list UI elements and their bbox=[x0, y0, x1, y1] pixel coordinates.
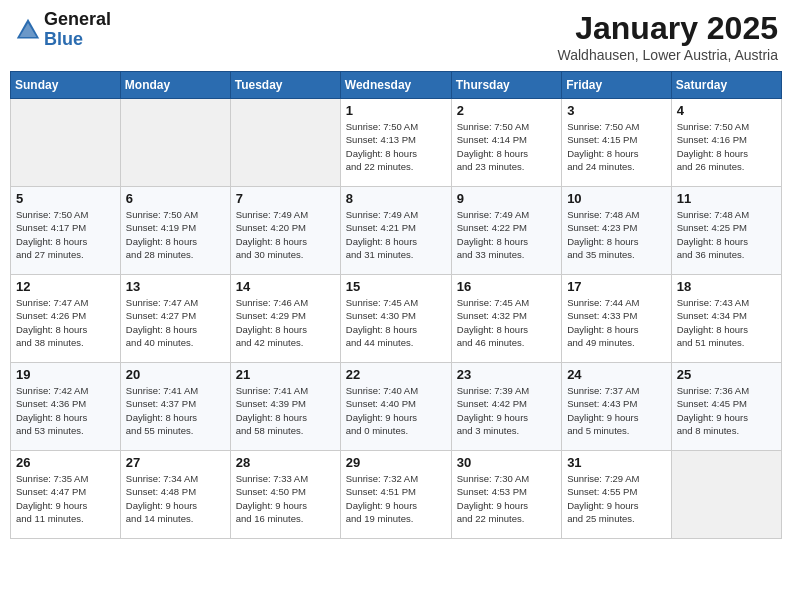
day-number: 9 bbox=[457, 191, 556, 206]
day-number: 18 bbox=[677, 279, 776, 294]
calendar-cell: 5Sunrise: 7:50 AM Sunset: 4:17 PM Daylig… bbox=[11, 187, 121, 275]
weekday-header-wednesday: Wednesday bbox=[340, 72, 451, 99]
day-info: Sunrise: 7:50 AM Sunset: 4:13 PM Dayligh… bbox=[346, 120, 446, 173]
logo-general-text: General bbox=[44, 10, 111, 30]
day-number: 8 bbox=[346, 191, 446, 206]
calendar-cell: 15Sunrise: 7:45 AM Sunset: 4:30 PM Dayli… bbox=[340, 275, 451, 363]
day-info: Sunrise: 7:50 AM Sunset: 4:16 PM Dayligh… bbox=[677, 120, 776, 173]
day-info: Sunrise: 7:49 AM Sunset: 4:20 PM Dayligh… bbox=[236, 208, 335, 261]
day-number: 3 bbox=[567, 103, 666, 118]
day-number: 10 bbox=[567, 191, 666, 206]
day-number: 21 bbox=[236, 367, 335, 382]
month-title: January 2025 bbox=[558, 10, 779, 47]
page-header: General Blue January 2025 Waldhausen, Lo… bbox=[10, 10, 782, 63]
day-info: Sunrise: 7:48 AM Sunset: 4:23 PM Dayligh… bbox=[567, 208, 666, 261]
calendar-cell: 2Sunrise: 7:50 AM Sunset: 4:14 PM Daylig… bbox=[451, 99, 561, 187]
day-info: Sunrise: 7:43 AM Sunset: 4:34 PM Dayligh… bbox=[677, 296, 776, 349]
weekday-header-thursday: Thursday bbox=[451, 72, 561, 99]
day-number: 14 bbox=[236, 279, 335, 294]
day-info: Sunrise: 7:50 AM Sunset: 4:19 PM Dayligh… bbox=[126, 208, 225, 261]
day-number: 26 bbox=[16, 455, 115, 470]
day-number: 28 bbox=[236, 455, 335, 470]
day-number: 12 bbox=[16, 279, 115, 294]
day-info: Sunrise: 7:32 AM Sunset: 4:51 PM Dayligh… bbox=[346, 472, 446, 525]
day-info: Sunrise: 7:30 AM Sunset: 4:53 PM Dayligh… bbox=[457, 472, 556, 525]
day-number: 17 bbox=[567, 279, 666, 294]
day-info: Sunrise: 7:37 AM Sunset: 4:43 PM Dayligh… bbox=[567, 384, 666, 437]
logo-blue-text: Blue bbox=[44, 30, 111, 50]
weekday-header-monday: Monday bbox=[120, 72, 230, 99]
calendar-cell: 24Sunrise: 7:37 AM Sunset: 4:43 PM Dayli… bbox=[562, 363, 672, 451]
weekday-header-sunday: Sunday bbox=[11, 72, 121, 99]
day-number: 23 bbox=[457, 367, 556, 382]
day-number: 16 bbox=[457, 279, 556, 294]
calendar-cell: 20Sunrise: 7:41 AM Sunset: 4:37 PM Dayli… bbox=[120, 363, 230, 451]
day-number: 15 bbox=[346, 279, 446, 294]
calendar-cell bbox=[120, 99, 230, 187]
day-info: Sunrise: 7:29 AM Sunset: 4:55 PM Dayligh… bbox=[567, 472, 666, 525]
calendar-cell: 8Sunrise: 7:49 AM Sunset: 4:21 PM Daylig… bbox=[340, 187, 451, 275]
day-info: Sunrise: 7:42 AM Sunset: 4:36 PM Dayligh… bbox=[16, 384, 115, 437]
day-number: 6 bbox=[126, 191, 225, 206]
logo: General Blue bbox=[14, 10, 111, 50]
calendar-cell: 16Sunrise: 7:45 AM Sunset: 4:32 PM Dayli… bbox=[451, 275, 561, 363]
day-number: 29 bbox=[346, 455, 446, 470]
calendar-cell bbox=[230, 99, 340, 187]
day-number: 13 bbox=[126, 279, 225, 294]
day-number: 27 bbox=[126, 455, 225, 470]
location-subtitle: Waldhausen, Lower Austria, Austria bbox=[558, 47, 779, 63]
day-info: Sunrise: 7:47 AM Sunset: 4:27 PM Dayligh… bbox=[126, 296, 225, 349]
day-number: 11 bbox=[677, 191, 776, 206]
calendar-cell bbox=[11, 99, 121, 187]
calendar-cell: 3Sunrise: 7:50 AM Sunset: 4:15 PM Daylig… bbox=[562, 99, 672, 187]
calendar-cell: 10Sunrise: 7:48 AM Sunset: 4:23 PM Dayli… bbox=[562, 187, 672, 275]
calendar-week-row: 5Sunrise: 7:50 AM Sunset: 4:17 PM Daylig… bbox=[11, 187, 782, 275]
day-number: 1 bbox=[346, 103, 446, 118]
calendar-cell: 9Sunrise: 7:49 AM Sunset: 4:22 PM Daylig… bbox=[451, 187, 561, 275]
day-number: 4 bbox=[677, 103, 776, 118]
logo-text: General Blue bbox=[44, 10, 111, 50]
calendar-cell: 19Sunrise: 7:42 AM Sunset: 4:36 PM Dayli… bbox=[11, 363, 121, 451]
day-number: 7 bbox=[236, 191, 335, 206]
calendar-cell: 17Sunrise: 7:44 AM Sunset: 4:33 PM Dayli… bbox=[562, 275, 672, 363]
day-info: Sunrise: 7:50 AM Sunset: 4:14 PM Dayligh… bbox=[457, 120, 556, 173]
calendar-cell: 27Sunrise: 7:34 AM Sunset: 4:48 PM Dayli… bbox=[120, 451, 230, 539]
calendar-cell: 29Sunrise: 7:32 AM Sunset: 4:51 PM Dayli… bbox=[340, 451, 451, 539]
calendar-cell bbox=[671, 451, 781, 539]
day-number: 31 bbox=[567, 455, 666, 470]
logo-icon bbox=[14, 16, 42, 44]
calendar-cell: 30Sunrise: 7:30 AM Sunset: 4:53 PM Dayli… bbox=[451, 451, 561, 539]
calendar-cell: 31Sunrise: 7:29 AM Sunset: 4:55 PM Dayli… bbox=[562, 451, 672, 539]
day-number: 22 bbox=[346, 367, 446, 382]
calendar-cell: 7Sunrise: 7:49 AM Sunset: 4:20 PM Daylig… bbox=[230, 187, 340, 275]
day-info: Sunrise: 7:45 AM Sunset: 4:32 PM Dayligh… bbox=[457, 296, 556, 349]
day-number: 2 bbox=[457, 103, 556, 118]
calendar-cell: 26Sunrise: 7:35 AM Sunset: 4:47 PM Dayli… bbox=[11, 451, 121, 539]
calendar-cell: 14Sunrise: 7:46 AM Sunset: 4:29 PM Dayli… bbox=[230, 275, 340, 363]
calendar-week-row: 26Sunrise: 7:35 AM Sunset: 4:47 PM Dayli… bbox=[11, 451, 782, 539]
weekday-header-tuesday: Tuesday bbox=[230, 72, 340, 99]
day-number: 19 bbox=[16, 367, 115, 382]
calendar-cell: 18Sunrise: 7:43 AM Sunset: 4:34 PM Dayli… bbox=[671, 275, 781, 363]
day-info: Sunrise: 7:41 AM Sunset: 4:37 PM Dayligh… bbox=[126, 384, 225, 437]
day-info: Sunrise: 7:48 AM Sunset: 4:25 PM Dayligh… bbox=[677, 208, 776, 261]
calendar-cell: 4Sunrise: 7:50 AM Sunset: 4:16 PM Daylig… bbox=[671, 99, 781, 187]
calendar-week-row: 12Sunrise: 7:47 AM Sunset: 4:26 PM Dayli… bbox=[11, 275, 782, 363]
title-block: January 2025 Waldhausen, Lower Austria, … bbox=[558, 10, 779, 63]
weekday-header-row: SundayMondayTuesdayWednesdayThursdayFrid… bbox=[11, 72, 782, 99]
day-info: Sunrise: 7:46 AM Sunset: 4:29 PM Dayligh… bbox=[236, 296, 335, 349]
day-number: 25 bbox=[677, 367, 776, 382]
calendar-cell: 1Sunrise: 7:50 AM Sunset: 4:13 PM Daylig… bbox=[340, 99, 451, 187]
calendar-cell: 25Sunrise: 7:36 AM Sunset: 4:45 PM Dayli… bbox=[671, 363, 781, 451]
calendar-cell: 28Sunrise: 7:33 AM Sunset: 4:50 PM Dayli… bbox=[230, 451, 340, 539]
weekday-header-friday: Friday bbox=[562, 72, 672, 99]
day-info: Sunrise: 7:40 AM Sunset: 4:40 PM Dayligh… bbox=[346, 384, 446, 437]
calendar-cell: 6Sunrise: 7:50 AM Sunset: 4:19 PM Daylig… bbox=[120, 187, 230, 275]
day-number: 5 bbox=[16, 191, 115, 206]
day-info: Sunrise: 7:33 AM Sunset: 4:50 PM Dayligh… bbox=[236, 472, 335, 525]
day-number: 20 bbox=[126, 367, 225, 382]
calendar-cell: 23Sunrise: 7:39 AM Sunset: 4:42 PM Dayli… bbox=[451, 363, 561, 451]
calendar-week-row: 19Sunrise: 7:42 AM Sunset: 4:36 PM Dayli… bbox=[11, 363, 782, 451]
day-info: Sunrise: 7:45 AM Sunset: 4:30 PM Dayligh… bbox=[346, 296, 446, 349]
calendar-week-row: 1Sunrise: 7:50 AM Sunset: 4:13 PM Daylig… bbox=[11, 99, 782, 187]
